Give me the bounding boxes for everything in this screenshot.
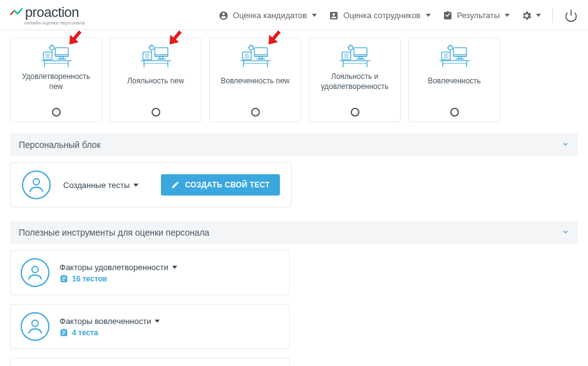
tool-card[interactable]: Факторы удовлетворенности 16 тестов	[10, 250, 290, 295]
desk-computer-icon	[140, 44, 172, 68]
desk-computer-icon	[438, 44, 471, 68]
avatar-icon	[21, 258, 49, 287]
tool-title: Факторы вовлеченности	[59, 316, 151, 326]
caret-down-icon	[133, 184, 138, 187]
nav-results[interactable]: Результаты	[442, 10, 510, 21]
tool-count: 4 теста	[72, 328, 98, 337]
radio-icon[interactable]	[152, 108, 160, 117]
header: proaction онлайн-оценка персонала Оценка…	[0, 0, 588, 30]
caret-down-icon	[172, 266, 177, 269]
test-card[interactable]: Лояльность и удовлетворенность	[309, 38, 401, 122]
create-test-button[interactable]: СОЗДАТЬ СВОЙ ТЕСТ	[161, 174, 280, 196]
svg-point-73	[448, 46, 452, 50]
svg-rect-3	[60, 56, 63, 58]
pencil-icon	[171, 180, 180, 189]
svg-point-81	[33, 179, 39, 185]
svg-point-9	[49, 46, 54, 50]
card-title: Лояльность и удовлетворенность	[313, 72, 396, 92]
tool-title-row[interactable]: Факторы вовлеченности	[59, 316, 160, 326]
checklist-icon	[442, 10, 453, 21]
chevron-down-icon	[562, 228, 569, 238]
caret-down-icon	[155, 320, 160, 323]
top-nav: Оценка кандидатов Оценка сотрудников Рез…	[218, 9, 578, 23]
tool-card[interactable]: Факторы вовлеченности 4 теста	[10, 304, 290, 349]
tool-count-row: 4 теста	[59, 328, 160, 337]
created-tests-dropdown[interactable]: Созданные тесты	[63, 180, 138, 190]
tool-count-row: 16 тестов	[59, 274, 177, 283]
svg-point-82	[32, 266, 38, 273]
test-cards-row: Удовлетворенность new Лояльность new Вов…	[10, 38, 578, 122]
svg-point-41	[249, 46, 253, 50]
desk-computer-icon	[239, 44, 272, 68]
created-tests-label: Созданные тесты	[63, 180, 130, 190]
nav-candidate-assessment[interactable]: Оценка кандидатов	[218, 10, 317, 21]
logo[interactable]: proaction онлайн-оценка персонала	[10, 6, 85, 26]
card-title: Вовлеченность	[428, 72, 481, 91]
avatar-icon	[21, 312, 49, 341]
section-tools-header[interactable]: Полезные инструменты для оценки персонал…	[10, 221, 578, 244]
svg-rect-51	[359, 56, 362, 58]
svg-rect-35	[259, 56, 262, 58]
logo-text: proaction	[25, 6, 79, 19]
main: Удовлетворенность new Лояльность new Вов…	[0, 30, 588, 366]
card-title: Вовлеченность new	[220, 72, 289, 91]
svg-rect-19	[160, 56, 163, 58]
caret-down-icon	[536, 14, 541, 17]
create-test-label: СОЗДАТЬ СВОЙ ТЕСТ	[185, 180, 270, 189]
radio-icon[interactable]	[251, 108, 260, 117]
avatar-icon	[22, 170, 51, 199]
clipboard-icon	[59, 328, 68, 337]
caret-down-icon	[312, 14, 317, 17]
logo-mark-icon	[10, 7, 23, 18]
section-personal-header[interactable]: Персональный блок	[10, 133, 578, 156]
nav-employee-assessment[interactable]: Оценка сотрудников	[328, 10, 430, 21]
radio-icon[interactable]	[450, 108, 459, 117]
power-icon[interactable]	[564, 9, 578, 23]
test-card[interactable]: Лояльность new	[110, 38, 202, 122]
nav-settings[interactable]	[521, 10, 541, 21]
svg-point-83	[32, 320, 38, 327]
logo-tagline: онлайн-оценка персонала	[24, 21, 85, 26]
svg-rect-67	[458, 56, 462, 58]
card-title: Удовлетворенность new	[14, 72, 98, 92]
tool-card[interactable]: Факторы лояльности 4 теста	[10, 358, 290, 366]
chevron-down-icon	[562, 140, 569, 150]
tool-title: Факторы удовлетворенности	[59, 263, 168, 272]
tool-title-row[interactable]: Факторы удовлетворенности	[59, 263, 177, 272]
svg-point-57	[348, 46, 353, 50]
desk-computer-icon	[40, 44, 73, 68]
nav-divider	[552, 9, 553, 23]
test-card[interactable]: Вовлеченность new	[209, 38, 301, 122]
radio-icon[interactable]	[52, 108, 61, 117]
gear-icon	[521, 10, 532, 21]
desk-computer-icon	[339, 44, 371, 68]
user-circle-icon	[218, 10, 229, 21]
clipboard-icon	[59, 274, 68, 283]
caret-down-icon	[505, 14, 510, 17]
user-badge-icon	[328, 10, 339, 21]
radio-icon[interactable]	[351, 108, 359, 117]
caret-down-icon	[426, 14, 431, 17]
test-card[interactable]: Вовлеченность	[408, 38, 500, 122]
personal-block: Созданные тесты СОЗДАТЬ СВОЙ ТЕСТ	[10, 162, 292, 207]
section-title: Персональный блок	[19, 140, 101, 150]
card-title: Лояльность new	[127, 72, 184, 91]
section-title: Полезные инструменты для оценки персонал…	[19, 227, 209, 238]
nav-label: Оценка кандидатов	[233, 11, 307, 20]
tool-count: 16 тестов	[72, 274, 107, 283]
nav-label: Результаты	[457, 11, 500, 20]
svg-point-25	[149, 46, 153, 50]
tools-grid: Факторы удовлетворенности 16 тестов Факт…	[10, 250, 578, 366]
nav-label: Оценка сотрудников	[343, 11, 420, 20]
test-card[interactable]: Удовлетворенность new	[10, 38, 102, 122]
